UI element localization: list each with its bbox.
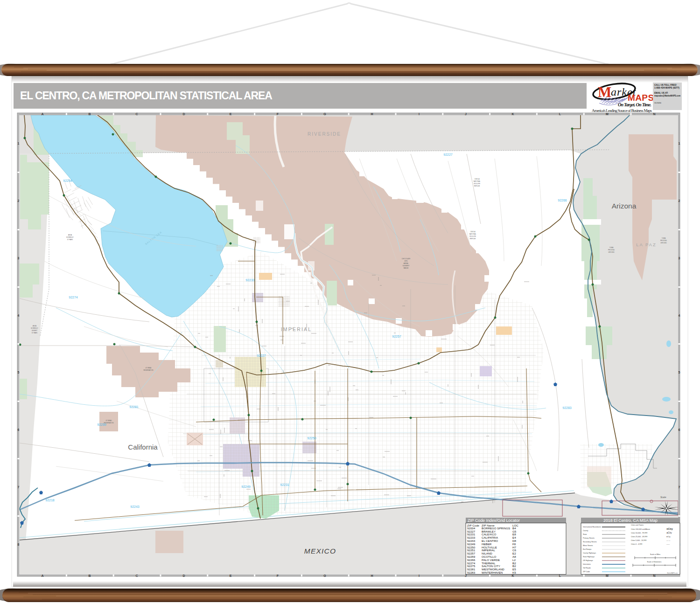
svg-text:State: State (583, 534, 587, 535)
svg-text:E: E (230, 112, 232, 116)
svg-text:DESERT: DESERT (32, 330, 37, 332)
svg-text:LA PAZ: LA PAZ (636, 242, 657, 247)
svg-text:Toll Roads: Toll Roads (583, 567, 591, 569)
svg-text:State Highways: State Highways (583, 556, 595, 558)
svg-text:D: D (182, 112, 185, 116)
svg-text:Cities and Towns: Cities and Towns (631, 524, 644, 526)
svg-text:●Cty: ●Cty (666, 535, 670, 538)
svg-text:92257: 92257 (392, 335, 401, 338)
svg-text:ST PARK: ST PARK (32, 332, 38, 334)
svg-text:MTN: MTN (405, 260, 408, 262)
svg-text:B: B (88, 574, 91, 577)
svg-text:America's Leading Source of B: America's Leading Source of Business Map… (592, 108, 652, 113)
svg-text:92227: 92227 (257, 354, 266, 357)
svg-text:7: 7 (18, 485, 20, 489)
svg-text:1: 1 (679, 142, 680, 145)
svg-text:Scale in Kilometers: Scale in Kilometers (647, 561, 662, 563)
svg-text:YUMA: YUMA (609, 247, 614, 249)
svg-text:Secondary Streets: Secondary Streets (583, 541, 597, 543)
svg-text:92231: 92231 (280, 483, 289, 486)
svg-text:92233: 92233 (245, 278, 255, 282)
svg-text:6: 6 (18, 428, 20, 431)
svg-text:92266: 92266 (558, 199, 567, 202)
svg-text:Cities 25,000 - 49,999: Cities 25,000 - 49,999 (631, 536, 647, 538)
svg-text:2018 El Centro, CA MSA Map: 2018 El Centro, CA MSA Map (603, 518, 658, 523)
svg-text:On Target. On Time.: On Target. On Time. (618, 102, 651, 107)
svg-text:ST PARK: ST PARK (67, 239, 73, 241)
svg-text:AERIAL: AERIAL (404, 263, 409, 264)
svg-text:92281: 92281 (129, 405, 139, 409)
svg-text:G: G (323, 574, 326, 577)
svg-text:1: 1 (18, 142, 20, 145)
svg-text:MAPS: MAPS (628, 93, 654, 103)
svg-text:Interstates: Interstates (583, 563, 591, 565)
svg-text:2: 2 (18, 199, 20, 202)
svg-text:California: California (128, 443, 158, 451)
svg-text:B: B (88, 112, 91, 116)
svg-text:EL CENTRO, CA METROPOLITAN STA: EL CENTRO, CA METROPOLITAN STATISTICAL A… (20, 90, 273, 102)
svg-text:C: C (135, 574, 138, 577)
svg-text:GUNNERY: GUNNERY (403, 265, 410, 267)
svg-text:●City: ●City (666, 531, 672, 534)
svg-text:Cities 0 - 4,999: Cities 0 - 4,999 (631, 543, 642, 545)
svg-text:H: H (371, 574, 373, 577)
svg-text:GROUND: GROUND (608, 251, 615, 253)
svg-text:GROUND: GROUND (660, 242, 667, 244)
svg-text:WILDLIFE: WILDLIFE (469, 236, 476, 237)
svg-text:UT BRAD: UT BRAD (145, 367, 152, 369)
svg-text:RIVERSIDE: RIVERSIDE (308, 132, 341, 137)
svg-text:CIBOLA: CIBOLA (474, 178, 479, 180)
svg-text:A: A (41, 112, 43, 116)
svg-text:MEXICO: MEXICO (304, 547, 336, 555)
svg-text:mapsales@MarketMAPS.com: mapsales@MarketMAPS.com (654, 95, 680, 97)
svg-text:ANZA: ANZA (68, 234, 72, 236)
svg-text:5: 5 (679, 371, 680, 374)
svg-text:——: —— (666, 543, 670, 545)
svg-text:REFUGE: REFUGE (470, 238, 476, 240)
svg-text:F: F (277, 574, 279, 577)
svg-text:H: H (371, 112, 373, 116)
svg-text:CALL US TOLL FREE!: CALL US TOLL FREE! (654, 84, 677, 86)
svg-text:2: 2 (679, 199, 680, 202)
svg-text:N: N (653, 112, 655, 116)
svg-text:Minor Streets: Minor Streets (583, 545, 593, 547)
svg-text:3: 3 (18, 256, 20, 260)
svg-text:Arizona: Arizona (612, 202, 637, 210)
svg-text:92283: 92283 (467, 571, 476, 574)
svg-text:G: G (323, 112, 326, 116)
svg-text:7: 7 (679, 485, 680, 489)
svg-text:BORREGO: BORREGO (31, 327, 38, 329)
svg-text:92227: 92227 (443, 153, 453, 156)
svg-text:M: M (606, 112, 609, 116)
svg-text:CIBOLA: CIBOLA (470, 231, 475, 233)
svg-text:3123456: 3123456 (654, 102, 661, 104)
svg-text:NATIONAL: NATIONAL (469, 233, 476, 235)
svg-text:4: 4 (18, 314, 20, 317)
svg-text:WILDLIFE: WILDLIFE (474, 183, 480, 185)
svg-text:Scale in Miles: Scale in Miles (650, 554, 660, 555)
svg-text:I: I (419, 112, 420, 116)
svg-text:92243: 92243 (130, 505, 140, 508)
svg-text:6: 6 (679, 428, 680, 431)
svg-text:92249: 92249 (241, 485, 251, 488)
svg-text:Primary Streets: Primary Streets (583, 537, 595, 539)
svg-text:International Boundaries: International Boundaries (583, 526, 601, 528)
svg-text:YUMA: YUMA (662, 237, 666, 239)
svg-text:D: D (182, 574, 185, 577)
svg-text:K: K (511, 112, 514, 116)
svg-text:Exit Ramps: Exit Ramps (583, 548, 592, 550)
svg-text:92274: 92274 (69, 296, 78, 299)
svg-text:PROVING: PROVING (660, 240, 667, 242)
svg-text:Cities 50,000 - 99,999: Cities 50,000 - 99,999 (631, 532, 647, 534)
svg-text:●City: ●City (666, 527, 673, 530)
svg-text:92283: 92283 (562, 406, 572, 409)
svg-text:MarketMAPS.com: MarketMAPS.com (667, 572, 678, 574)
svg-text:1-800-434-MAPS (6277): 1-800-434-MAPS (6277) (654, 87, 679, 89)
svg-text:Cities 100,000 and Above: Cities 100,000 and Above (631, 528, 650, 530)
svg-text:92254: 92254 (63, 179, 72, 182)
svg-text:3: 3 (679, 256, 680, 260)
svg-text:4: 4 (679, 314, 680, 317)
svg-text:ZIP Code Index/Grid Locator: ZIP Code Index/Grid Locator (468, 518, 520, 523)
svg-text:M: M (598, 84, 611, 100)
svg-text:5: 5 (18, 371, 20, 374)
